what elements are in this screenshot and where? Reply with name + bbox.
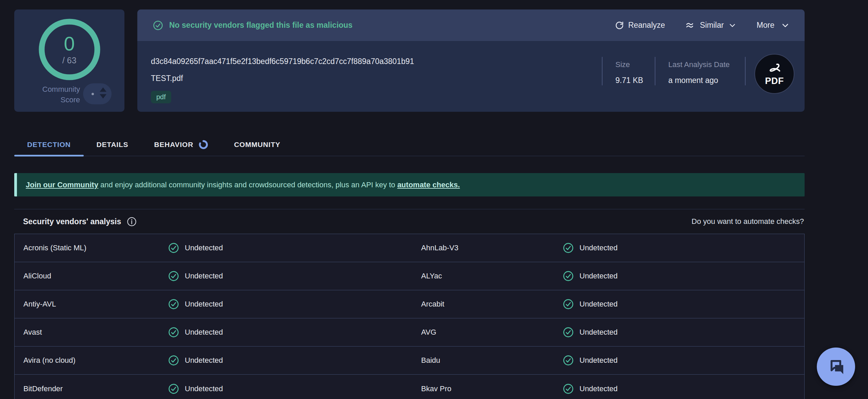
undetected-check-icon: [563, 299, 574, 310]
more-button[interactable]: More: [757, 21, 790, 30]
status-label: Undetected: [579, 328, 618, 337]
vendor-name: Acronis (Static ML): [23, 244, 168, 252]
analysis-section-header: Security vendors' analysis Do you want t…: [14, 209, 805, 234]
vendor-name: Arcabit: [421, 300, 563, 309]
divider: [745, 57, 746, 85]
last-analysis-date-label: Last Analysis Date: [668, 60, 730, 69]
vendor-name: Antiy-AVL: [23, 300, 168, 309]
chat-bubbles-icon: [827, 357, 846, 376]
undetected-check-icon: [168, 299, 179, 310]
divider: [655, 57, 655, 85]
undetected-check-icon: [563, 243, 574, 253]
size-value: 9.71 KB: [615, 76, 643, 85]
tab-behavior[interactable]: BEHAVIOR: [141, 133, 221, 156]
file-name: TEST.pdf: [151, 74, 183, 83]
status-label: Undetected: [185, 300, 223, 309]
tag-list: pdf: [151, 91, 171, 103]
divider: [602, 57, 603, 85]
analysis-title: Security vendors' analysis: [23, 217, 121, 226]
undetected-check-icon: [563, 327, 574, 338]
tag-pdf[interactable]: pdf: [151, 91, 171, 103]
acrobat-swoosh-icon: [766, 62, 783, 77]
undetected-check-icon: [168, 271, 179, 281]
size-label: Size: [615, 60, 630, 69]
tab-details[interactable]: DETAILS: [84, 133, 141, 156]
info-icon[interactable]: [127, 217, 137, 227]
vendor-name: Avast: [23, 328, 168, 337]
automate-checks-link[interactable]: automate checks.: [397, 181, 460, 189]
community-vote-widget[interactable]: [83, 83, 112, 104]
last-analysis-date-value: a moment ago: [668, 76, 718, 85]
status-label: Undetected: [579, 244, 618, 252]
file-summary-card: No security vendors flagged this file as…: [137, 9, 805, 112]
join-community-link[interactable]: Join our Community: [26, 181, 98, 189]
undetected-check-icon: [563, 383, 574, 394]
join-community-banner: Join our Community and enjoy additional …: [14, 173, 805, 196]
pdf-file-type-badge: PDF: [754, 54, 794, 94]
status-label: Undetected: [579, 356, 618, 365]
score-positives: 0: [64, 34, 75, 54]
undetected-check-icon: [168, 243, 179, 253]
undetected-check-icon: [563, 355, 574, 366]
vendor-name: ALYac: [421, 272, 563, 280]
verdict-message: No security vendors flagged this file as…: [153, 20, 353, 30]
similar-button[interactable]: Similar: [685, 20, 736, 30]
vendor-name: AVG: [421, 328, 563, 337]
table-row: Acronis (Static ML) Undetected AhnLab-V3…: [15, 234, 804, 262]
tab-detection[interactable]: DETECTION: [14, 133, 84, 156]
table-row: BitDefender Undetected Bkav Pro Undetect…: [15, 375, 804, 399]
vendor-name: Bkav Pro: [421, 384, 563, 393]
file-hash: d3c84a09265f7aac471f5e2f13bedf6c59719b6c…: [151, 57, 414, 66]
community-score-label: Community Score: [19, 84, 80, 105]
chevron-down-icon: [781, 21, 790, 30]
similar-waves-icon: [685, 20, 695, 30]
undetected-check-icon: [168, 327, 179, 338]
vote-up-icon[interactable]: [100, 87, 106, 92]
undetected-check-icon: [563, 271, 574, 281]
table-row: Antiy-AVL Undetected Arcabit Undetected: [15, 290, 804, 318]
vote-down-icon[interactable]: [100, 94, 106, 99]
virustotal-file-report: 0 / 63 Community Score No security vendo…: [0, 0, 868, 399]
reanalyze-button[interactable]: Reanalyze: [615, 21, 665, 30]
vote-dot: [92, 93, 94, 95]
tab-community[interactable]: COMMUNITY: [221, 133, 293, 156]
undetected-check-icon: [168, 355, 179, 366]
status-label: Undetected: [185, 328, 223, 337]
report-tabs: DETECTION DETAILS BEHAVIOR COMMUNITY: [14, 133, 805, 156]
table-row: AliCloud Undetected ALYac Undetected: [15, 262, 804, 290]
status-label: Undetected: [579, 384, 618, 393]
status-label: Undetected: [185, 384, 223, 393]
status-label: Undetected: [185, 356, 223, 365]
score-donut: 0 / 63: [38, 18, 101, 81]
vendor-name: BitDefender: [23, 384, 168, 393]
support-chat-button[interactable]: [817, 348, 855, 386]
verdict-banner: No security vendors flagged this file as…: [137, 9, 805, 41]
undetected-check-icon: [168, 383, 179, 394]
loading-spinner-icon: [199, 140, 208, 149]
status-label: Undetected: [185, 244, 223, 252]
check-circle-icon: [153, 20, 163, 30]
table-row: Avira (no cloud) Undetected Baidu Undete…: [15, 346, 804, 375]
vendor-name: AliCloud: [23, 272, 168, 280]
score-total: / 63: [62, 56, 77, 65]
status-label: Undetected: [579, 272, 618, 280]
detection-score-card: 0 / 63 Community Score: [14, 9, 124, 112]
automate-checks-prompt[interactable]: Do you want to automate checks?: [692, 217, 804, 226]
status-label: Undetected: [185, 272, 223, 280]
pdf-badge-label: PDF: [765, 77, 784, 85]
vendor-name: Baidu: [421, 356, 563, 365]
refresh-icon: [615, 21, 624, 30]
status-label: Undetected: [579, 300, 618, 309]
security-vendors-table: Acronis (Static ML) Undetected AhnLab-V3…: [14, 234, 805, 399]
table-row: Avast Undetected AVG Undetected: [15, 318, 804, 346]
vendor-name: Avira (no cloud): [23, 356, 168, 365]
chevron-down-icon: [728, 21, 736, 29]
vendor-name: AhnLab-V3: [421, 244, 563, 252]
